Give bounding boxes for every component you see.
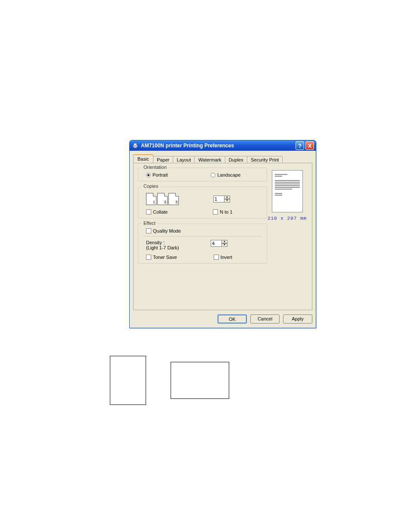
density-value[interactable]: 4 — [211, 240, 222, 247]
collate-checkbox-wrap[interactable]: Collate — [146, 209, 168, 215]
tab-watermark[interactable]: Watermark — [194, 156, 225, 163]
printer-icon — [132, 143, 138, 149]
ok-button[interactable]: OK — [218, 314, 247, 324]
tab-page-basic: Orientation Portrait Landscape Copies — [133, 163, 312, 310]
apply-button[interactable]: Apply — [283, 314, 312, 324]
spin-up-icon[interactable]: ▲ — [224, 196, 230, 199]
spinner-buttons: ▲ ▼ — [224, 196, 230, 202]
close-button[interactable]: X — [305, 141, 314, 150]
nto1-checkbox-wrap[interactable]: N to 1 — [213, 209, 232, 215]
paper-size-label: 210 x 297 mm — [267, 216, 308, 221]
spin-up-icon[interactable]: ▲ — [221, 240, 227, 243]
copies-page-icons: 1 2 3 — [146, 193, 179, 205]
density-label: Density : — [146, 240, 211, 245]
spin-down-icon[interactable]: ▼ — [224, 199, 230, 202]
spin-down-icon[interactable]: ▼ — [221, 243, 227, 247]
copies-group: Copies 1 2 3 1 ▲ ▼ — [138, 187, 267, 218]
checkbox-icon — [146, 255, 151, 260]
landscape-label: Landscape — [217, 172, 240, 177]
portrait-radio-wrap[interactable]: Portrait — [146, 172, 168, 177]
orientation-group: Orientation Portrait Landscape — [138, 168, 267, 181]
checkbox-icon — [213, 209, 218, 215]
page-icon: 1 — [146, 193, 156, 205]
orientation-legend: Orientation — [142, 165, 168, 170]
toner-save-checkbox-wrap[interactable]: Toner Save — [146, 255, 177, 260]
radio-icon — [211, 173, 215, 177]
printing-preferences-dialog: AM7100N printer Printing Preferences ? X… — [129, 140, 316, 328]
spinner-buttons: ▲ ▼ — [221, 240, 227, 247]
density-spinner[interactable]: 4 ▲ ▼ — [211, 240, 227, 247]
copies-legend: Copies — [142, 184, 160, 189]
toner-save-label: Toner Save — [153, 255, 177, 260]
copies-spinner[interactable]: 1 ▲ ▼ — [213, 196, 230, 202]
page-icon: 2 — [157, 193, 168, 205]
collate-label: Collate — [153, 209, 168, 215]
effect-legend: Effect — [142, 221, 157, 226]
landscape-sample-rect — [171, 362, 229, 399]
invert-checkbox-wrap[interactable]: Invert — [214, 255, 233, 260]
landscape-radio-wrap[interactable]: Landscape — [211, 172, 240, 177]
cancel-button[interactable]: Cancel — [250, 314, 280, 324]
portrait-sample-rect — [110, 356, 146, 405]
portrait-label: Portrait — [153, 172, 168, 177]
invert-label: Invert — [221, 255, 233, 260]
checkbox-icon — [146, 209, 151, 215]
density-hint: (Light 1-7 Dark) — [146, 245, 211, 250]
checkbox-icon — [146, 228, 151, 233]
nto1-label: N to 1 — [220, 209, 232, 215]
checkbox-icon — [214, 255, 219, 260]
dialog-client-area: Basic Paper Layout Watermark Duplex Secu… — [130, 151, 316, 328]
density-labels: Density : (Light 1-7 Dark) — [146, 240, 211, 250]
title-bar: AM7100N printer Printing Preferences ? X — [130, 140, 316, 151]
quality-mode-label: Quality Mode — [153, 228, 181, 233]
preview-pane: 210 x 297 mm — [267, 168, 308, 221]
copies-value[interactable]: 1 — [213, 196, 224, 202]
svg-rect-2 — [134, 147, 137, 148]
effect-group: Effect Quality Mode Density : (Light 1-7… — [138, 224, 267, 264]
tab-strip: Basic Paper Layout Watermark Duplex Secu… — [133, 154, 312, 163]
tab-layout[interactable]: Layout — [173, 156, 195, 163]
dialog-buttons: OK Cancel Apply — [133, 314, 312, 324]
window-title: AM7100N printer Printing Preferences — [141, 143, 294, 149]
tab-security-print[interactable]: Security Print — [247, 156, 283, 163]
page-icon: 3 — [168, 193, 179, 205]
svg-rect-1 — [134, 143, 137, 145]
quality-mode-checkbox-wrap[interactable]: Quality Mode — [146, 228, 181, 233]
radio-icon — [146, 173, 151, 177]
preview-page-icon — [272, 170, 303, 212]
tab-duplex[interactable]: Duplex — [225, 156, 247, 163]
tab-paper[interactable]: Paper — [153, 156, 173, 163]
tab-basic[interactable]: Basic — [133, 154, 153, 163]
help-button[interactable]: ? — [296, 141, 304, 150]
